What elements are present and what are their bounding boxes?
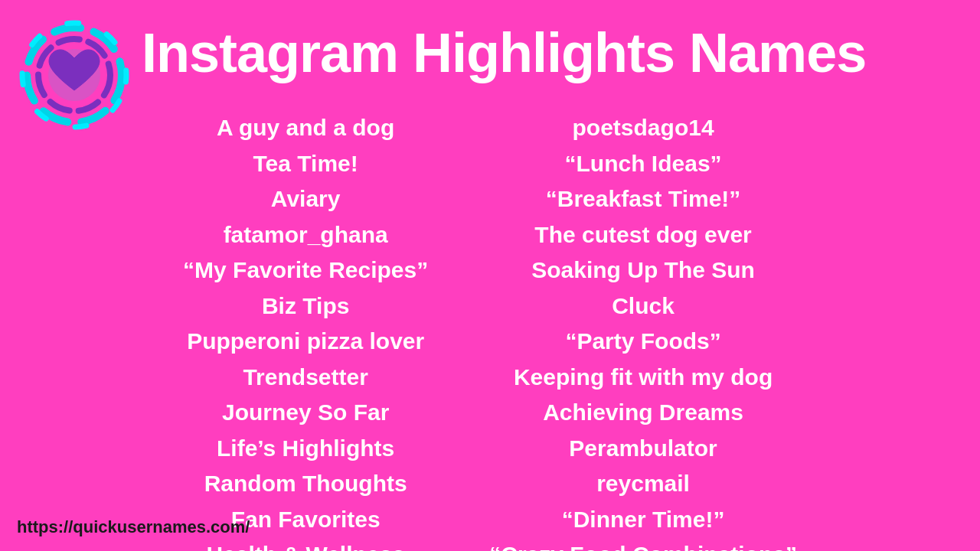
list-item: Fan Favorites	[231, 503, 381, 537]
list-item: “Party Foods”	[565, 324, 720, 359]
list-area: A guy and a dogTea Time!Aviaryfatamor_gh…	[0, 111, 980, 505]
list-item: Pupperoni pizza lover	[187, 324, 424, 359]
list-item: Achieving Dreams	[543, 396, 743, 430]
url-label: https://quickusernames.com/	[17, 517, 250, 537]
list-item: The cutest dog ever	[534, 218, 751, 253]
list-item: Life’s Highlights	[217, 432, 394, 466]
list-item: Aviary	[271, 182, 341, 217]
left-column: A guy and a dogTea Time!Aviaryfatamor_gh…	[183, 111, 428, 505]
right-column: poetsdago14“Lunch Ideas”“Breakfast Time!…	[489, 111, 797, 505]
list-item: “Dinner Time!”	[562, 503, 725, 537]
list-item: “Lunch Ideas”	[565, 147, 722, 181]
page-title: Instagram Highlights Names	[142, 21, 965, 84]
list-item: Biz Tips	[262, 289, 349, 324]
list-item: Soaking Up The Sun	[531, 253, 755, 288]
list-item: Health & Wellness	[206, 538, 405, 551]
list-item: “My Favorite Recipes”	[183, 253, 428, 288]
list-item: Tea Time!	[253, 147, 358, 181]
list-item: Cluck	[612, 289, 675, 324]
list-item: fatamor_ghana	[224, 218, 388, 253]
list-item: Random Thoughts	[204, 467, 407, 501]
list-item: “Crazy Food Combinations”	[489, 538, 797, 551]
list-item: Journey So Far	[222, 396, 389, 430]
list-item: Keeping fit with my dog	[514, 360, 773, 395]
list-item: Perambulator	[569, 432, 717, 466]
list-item: poetsdago14	[573, 111, 714, 145]
list-item: A guy and a dog	[217, 111, 394, 145]
page-wrapper: Instagram Highlights Names A guy and a d…	[0, 0, 980, 551]
list-item: Trendsetter	[243, 360, 368, 395]
list-item: reycmail	[596, 467, 690, 501]
list-item: “Breakfast Time!”	[546, 182, 741, 217]
